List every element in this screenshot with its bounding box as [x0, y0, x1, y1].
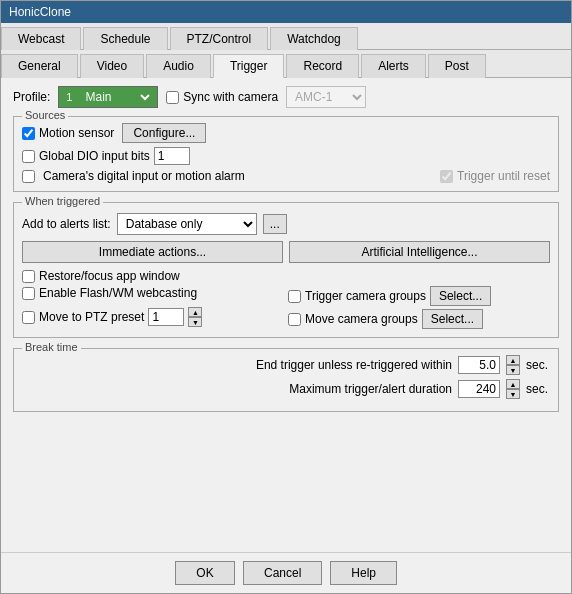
trigger-camera-groups-checkbox[interactable]: [288, 290, 301, 303]
camera-digital-checkbox[interactable]: [22, 170, 35, 183]
motion-sensor-label: Motion sensor: [39, 126, 114, 140]
ptz-spinner: ▲ ▼: [188, 307, 202, 327]
end-trigger-unit: sec.: [526, 358, 550, 372]
end-trigger-row: End trigger unless re-triggered within ▲…: [22, 355, 550, 375]
max-duration-down[interactable]: ▼: [506, 389, 520, 399]
add-alerts-row: Add to alerts list: Database only ...: [22, 213, 550, 235]
end-trigger-spinner: ▲ ▼: [506, 355, 520, 375]
restore-focus-label: Restore/focus app window: [39, 269, 180, 283]
trigger-camera-groups-label: Trigger camera groups: [305, 289, 426, 303]
trigger-camera-groups-row: Trigger camera groups Select...: [288, 286, 550, 306]
end-trigger-label: End trigger unless re-triggered within: [22, 358, 452, 372]
flash-wm-row: Enable Flash/WM webcasting: [22, 286, 284, 300]
immediate-actions-button[interactable]: Immediate actions...: [22, 241, 283, 263]
max-duration-up[interactable]: ▲: [506, 379, 520, 389]
tab-alerts[interactable]: Alerts: [361, 54, 426, 78]
select-move-button[interactable]: Select...: [422, 309, 483, 329]
tab-record[interactable]: Record: [286, 54, 359, 78]
main-window: HonicClone Webcast Schedule PTZ/Control …: [0, 0, 572, 594]
tab-audio[interactable]: Audio: [146, 54, 211, 78]
cancel-button[interactable]: Cancel: [243, 561, 322, 585]
tab-ptz-control[interactable]: PTZ/Control: [170, 27, 269, 50]
tabs-row1: Webcast Schedule PTZ/Control Watchdog: [1, 23, 571, 50]
amc-dropdown[interactable]: AMC-1: [286, 86, 366, 108]
move-camera-groups-checkbox[interactable]: [288, 313, 301, 326]
max-duration-row: Maximum trigger/alert duration ▲ ▼ sec.: [22, 379, 550, 399]
col-left: Enable Flash/WM webcasting Move to PTZ p…: [22, 286, 284, 329]
motion-sensor-checkbox[interactable]: [22, 127, 35, 140]
break-time-label: Break time: [22, 341, 81, 353]
flash-wm-label: Enable Flash/WM webcasting: [39, 286, 197, 300]
tab-schedule[interactable]: Schedule: [83, 27, 167, 50]
sources-label: Sources: [22, 109, 68, 121]
profile-dropdown[interactable]: Main: [81, 89, 153, 105]
end-trigger-up[interactable]: ▲: [506, 355, 520, 365]
ok-button[interactable]: OK: [175, 561, 235, 585]
sync-label: Sync with camera: [183, 90, 278, 104]
tab-video[interactable]: Video: [80, 54, 144, 78]
flash-wm-checkbox[interactable]: [22, 287, 35, 300]
global-dio-row: Global DIO input bits: [22, 147, 550, 165]
restore-focus-checkbox[interactable]: [22, 270, 35, 283]
when-triggered-label: When triggered: [22, 195, 103, 207]
max-duration-spinner: ▲ ▼: [506, 379, 520, 399]
sync-check-row: Sync with camera: [166, 90, 278, 104]
tabs-row2: General Video Audio Trigger Record Alert…: [1, 50, 571, 78]
trigger-reset-wrapper: Trigger until reset: [440, 169, 550, 183]
configure-button[interactable]: Configure...: [122, 123, 206, 143]
help-button[interactable]: Help: [330, 561, 397, 585]
move-camera-groups-label: Move camera groups: [305, 312, 418, 326]
break-time-group: Break time End trigger unless re-trigger…: [13, 348, 559, 412]
add-alerts-select[interactable]: Database only: [117, 213, 257, 235]
title-bar: HonicClone: [1, 1, 571, 23]
max-duration-input[interactable]: [458, 380, 500, 398]
actions-row: Immediate actions... Artificial Intellig…: [22, 241, 550, 263]
ptz-row: Move to PTZ preset ▲ ▼: [22, 307, 284, 327]
when-triggered-group: When triggered Add to alerts list: Datab…: [13, 202, 559, 338]
ptz-up-button[interactable]: ▲: [188, 307, 202, 317]
sync-checkbox[interactable]: [166, 91, 179, 104]
global-dio-input[interactable]: [154, 147, 190, 165]
tab-post[interactable]: Post: [428, 54, 486, 78]
trigger-reset-checkbox: [440, 170, 453, 183]
ptz-checkbox[interactable]: [22, 311, 35, 324]
ai-button[interactable]: Artificial Intelligence...: [289, 241, 550, 263]
tab-general[interactable]: General: [1, 54, 78, 78]
col-right: Trigger camera groups Select... Move cam…: [288, 286, 550, 329]
motion-sensor-row: Motion sensor Configure...: [22, 123, 550, 143]
restore-focus-row: Restore/focus app window: [22, 269, 550, 283]
trigger-reset-label: Trigger until reset: [457, 169, 550, 183]
end-trigger-input[interactable]: [458, 356, 500, 374]
camera-digital-label: Camera's digital input or motion alarm: [43, 169, 245, 183]
global-dio-label: Global DIO input bits: [39, 149, 150, 163]
window-title: HonicClone: [9, 5, 71, 19]
ptz-label: Move to PTZ preset: [39, 310, 144, 324]
global-dio-checkbox[interactable]: [22, 150, 35, 163]
tab-trigger[interactable]: Trigger: [213, 54, 285, 78]
ptz-input[interactable]: [148, 308, 184, 326]
add-alerts-label: Add to alerts list:: [22, 217, 111, 231]
select-trigger-button[interactable]: Select...: [430, 286, 491, 306]
tab-watchdog[interactable]: Watchdog: [270, 27, 358, 50]
sources-group: Sources Motion sensor Configure... Globa…: [13, 116, 559, 192]
profile-select-wrapper: 1 Main: [58, 86, 158, 108]
tab-webcast[interactable]: Webcast: [1, 27, 81, 50]
main-content: Profile: 1 Main Sync with camera AMC-1 S…: [1, 78, 571, 552]
ptz-down-button[interactable]: ▼: [188, 317, 202, 327]
profile-number: 1: [63, 91, 75, 103]
footer: OK Cancel Help: [1, 552, 571, 593]
move-camera-groups-row: Move camera groups Select...: [288, 309, 550, 329]
end-trigger-down[interactable]: ▼: [506, 365, 520, 375]
ellipsis-button[interactable]: ...: [263, 214, 287, 234]
profile-label: Profile:: [13, 90, 50, 104]
max-duration-label: Maximum trigger/alert duration: [22, 382, 452, 396]
max-duration-unit: sec.: [526, 382, 550, 396]
two-col-options: Enable Flash/WM webcasting Move to PTZ p…: [22, 286, 550, 329]
profile-row: Profile: 1 Main Sync with camera AMC-1: [13, 86, 559, 108]
camera-digital-row: Camera's digital input or motion alarm T…: [22, 169, 550, 183]
